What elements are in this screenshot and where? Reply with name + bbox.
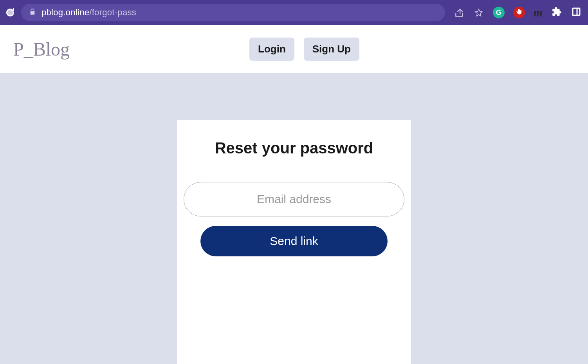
nav-buttons: Login Sign Up	[249, 38, 359, 61]
url-domain: pblog.online	[41, 7, 89, 17]
star-icon[interactable]	[473, 7, 484, 18]
card-title: Reset your password	[215, 139, 373, 157]
share-icon[interactable]	[454, 7, 465, 18]
login-button[interactable]: Login	[249, 38, 294, 61]
m-extension-icon[interactable]: m	[534, 6, 543, 19]
email-field[interactable]	[184, 182, 404, 216]
url-text: pblog.online/forgot-pass	[41, 7, 136, 18]
side-panel-icon[interactable]	[571, 7, 582, 18]
address-bar[interactable]: pblog.online/forgot-pass	[21, 4, 445, 21]
send-link-button[interactable]: Send link	[200, 226, 388, 256]
url-path: /forgot-pass	[89, 7, 136, 17]
extensions-icon[interactable]	[551, 7, 562, 18]
browser-chrome-bar: pblog.online/forgot-pass G m	[0, 0, 588, 25]
lock-icon	[29, 8, 36, 17]
grammarly-extension-icon[interactable]: G	[493, 7, 505, 18]
browser-actions: G m	[454, 6, 583, 19]
svg-rect-0	[573, 8, 580, 15]
signup-button[interactable]: Sign Up	[304, 38, 359, 61]
site-header: P_Blog Login Sign Up	[0, 25, 588, 73]
reset-password-card: Reset your password Send link	[177, 120, 411, 364]
reload-icon[interactable]	[5, 7, 16, 18]
adblock-extension-icon[interactable]	[513, 7, 525, 18]
page-main: Reset your password Send link	[0, 73, 588, 364]
site-logo[interactable]: P_Blog	[13, 38, 70, 60]
